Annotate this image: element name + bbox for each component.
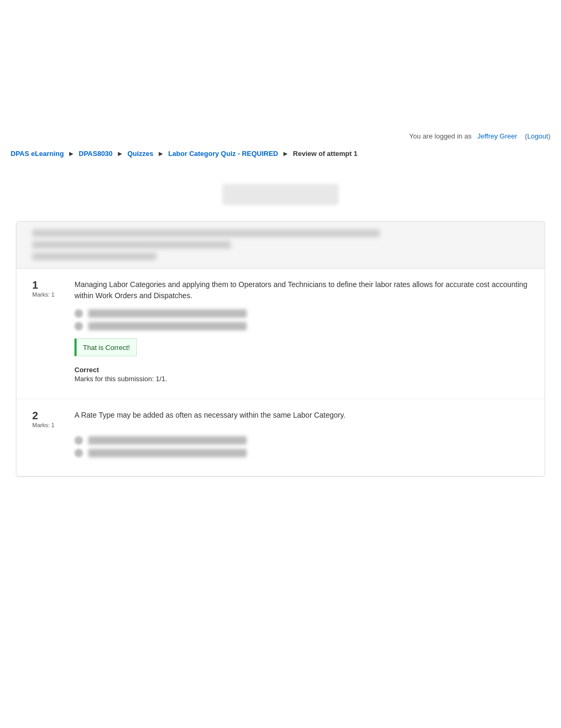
quiz-info-blurred xyxy=(16,222,545,269)
blur-line-3 xyxy=(32,253,156,260)
quiz-header-image xyxy=(11,184,550,205)
logged-in-label: You are logged in as xyxy=(409,132,472,140)
breadcrumb-arrow-2: ► xyxy=(117,150,125,158)
question-2-text: A Rate Type may be added as often as nec… xyxy=(74,410,345,421)
username-link[interactable]: Jeffrey Greer xyxy=(477,132,517,140)
question-1-number: 1 xyxy=(32,279,43,291)
radio-2 xyxy=(74,322,83,330)
answer-row-2-1 xyxy=(74,436,529,445)
feedback-label: Correct xyxy=(74,366,529,374)
question-2-answers xyxy=(74,436,529,457)
question-2-number-col: 2 Marks: 1 xyxy=(32,410,64,428)
question-1-number-col: 1 Marks: 1 xyxy=(32,279,64,298)
answer-text-2-2 xyxy=(88,449,247,457)
question-1-text: Managing Labor Categories and applying t… xyxy=(74,279,529,301)
radio-2-2 xyxy=(74,449,83,457)
breadcrumb-quiz-name[interactable]: Labor Category Quiz - REQUIRED xyxy=(168,150,278,158)
blur-line-2 xyxy=(32,241,231,248)
breadcrumb-quizzes[interactable]: Quizzes xyxy=(127,150,153,158)
answer-text-2-1 xyxy=(88,436,247,445)
answer-text-1 xyxy=(88,309,247,318)
question-1-answers xyxy=(74,309,529,330)
quiz-container: 1 Marks: 1 Managing Labor Categories and… xyxy=(16,221,545,477)
feedback-correct-box: That is Correct! xyxy=(74,338,137,356)
feedback-correct-text: That is Correct! xyxy=(83,344,130,352)
answer-row-2-2 xyxy=(74,449,529,457)
radio-1 xyxy=(74,309,83,318)
breadcrumb-dpas8030[interactable]: DPAS8030 xyxy=(79,150,113,158)
breadcrumb-arrow-4: ► xyxy=(282,150,291,158)
answer-text-2 xyxy=(88,322,247,330)
question-1-feedback: That is Correct! Correct Marks for this … xyxy=(74,338,529,383)
feedback-marks: Marks for this submission: 1/1. xyxy=(74,375,529,383)
top-bar: You are logged in as Jeffrey Greer (Logo… xyxy=(0,127,561,145)
question-2-header: 2 Marks: 1 A Rate Type may be added as o… xyxy=(32,410,529,428)
breadcrumb-arrow-3: ► xyxy=(157,150,166,158)
blurred-image-block xyxy=(222,184,339,205)
breadcrumb-dpas-elearning[interactable]: DPAS eLearning xyxy=(11,150,64,158)
question-2-marks: Marks: 1 xyxy=(32,422,54,428)
blur-line-1 xyxy=(32,229,380,237)
breadcrumb: DPAS eLearning ► DPAS8030 ► Quizzes ► La… xyxy=(0,145,561,163)
logout-link[interactable]: Logout xyxy=(527,132,548,140)
answer-row-1 xyxy=(74,309,529,318)
radio-2-1 xyxy=(74,436,83,445)
breadcrumb-current: Review of attempt 1 xyxy=(293,150,358,158)
question-2-block: 2 Marks: 1 A Rate Type may be added as o… xyxy=(16,399,545,476)
breadcrumb-arrow-1: ► xyxy=(68,150,77,158)
main-content: 1 Marks: 1 Managing Labor Categories and… xyxy=(0,168,561,482)
question-1-marks: Marks: 1 xyxy=(32,291,54,298)
question-2-number: 2 xyxy=(32,410,43,422)
question-1-block: 1 Marks: 1 Managing Labor Categories and… xyxy=(16,269,545,399)
question-1-header: 1 Marks: 1 Managing Labor Categories and… xyxy=(32,279,529,301)
answer-row-2 xyxy=(74,322,529,330)
